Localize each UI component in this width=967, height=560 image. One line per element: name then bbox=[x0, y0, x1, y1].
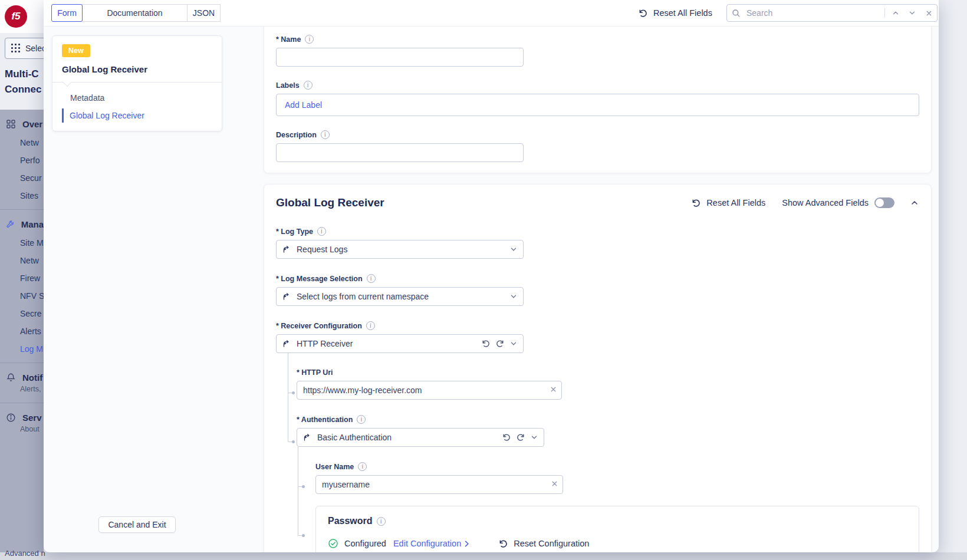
search-prev-button[interactable] bbox=[887, 5, 904, 21]
receiver-configuration-select[interactable]: HTTP Receiver bbox=[276, 334, 524, 353]
show-advanced-fields-toggle[interactable] bbox=[874, 197, 894, 208]
reset-configuration-button[interactable]: Reset Configuration bbox=[498, 539, 589, 549]
description-label: Description bbox=[276, 131, 317, 139]
cancel-and-exit-button[interactable]: Cancel and Exit bbox=[98, 516, 176, 533]
overview-icon bbox=[6, 119, 16, 129]
wizard-step-metadata[interactable]: Metadata bbox=[52, 88, 222, 107]
section-header: Global Log Receiver Reset All Fields Sho… bbox=[276, 194, 919, 212]
refresh-field-icon[interactable] bbox=[495, 339, 505, 348]
info-icon[interactable]: i bbox=[305, 35, 314, 44]
sidebar-item-secrets[interactable]: Secre bbox=[0, 305, 44, 322]
sidebar-item-nfv[interactable]: NFV S bbox=[0, 287, 44, 305]
search-box bbox=[726, 4, 938, 22]
reset-all-fields-button[interactable]: Reset All Fields bbox=[638, 0, 712, 26]
info-icon[interactable]: i bbox=[304, 81, 313, 90]
sidebar-item-networking[interactable]: Netw bbox=[0, 134, 44, 151]
wizard-step-global-log-receiver[interactable]: Global Log Receiver bbox=[62, 108, 222, 123]
sidebar-item-log-management[interactable]: Log M bbox=[0, 340, 44, 358]
info-icon[interactable]: i bbox=[357, 415, 366, 424]
select-actions bbox=[502, 433, 538, 442]
http-uri-input[interactable] bbox=[297, 381, 562, 400]
search-close-button[interactable] bbox=[920, 5, 937, 21]
backdrop-upper: Selec Multi-C Connec bbox=[0, 33, 44, 110]
sidebar-item-performance[interactable]: Perfo bbox=[0, 151, 44, 169]
description-field-label-row: Description i bbox=[276, 130, 919, 139]
log-type-select[interactable]: Request Logs bbox=[276, 240, 524, 259]
branch-icon bbox=[282, 245, 291, 254]
branch-icon bbox=[282, 339, 291, 348]
divider bbox=[884, 8, 885, 18]
branch-icon bbox=[302, 433, 312, 442]
reset-field-icon[interactable] bbox=[481, 339, 491, 348]
info-icon[interactable]: i bbox=[358, 462, 367, 471]
info-icon[interactable]: i bbox=[366, 321, 375, 330]
global-log-receiver-card: Global Log Receiver Reset All Fields Sho… bbox=[264, 184, 932, 552]
info-icon[interactable]: i bbox=[377, 517, 386, 526]
sidebar-subtext-notifications: Alerts, bbox=[0, 385, 44, 398]
clear-user-name-button[interactable] bbox=[551, 480, 558, 487]
tab-json[interactable]: JSON bbox=[187, 4, 221, 22]
sidebar-item-label: Notif bbox=[22, 373, 42, 383]
close-icon bbox=[925, 9, 933, 17]
log-message-selection-select[interactable]: Select logs from current namespace bbox=[276, 287, 524, 306]
status-badge: New bbox=[62, 44, 90, 57]
form-content: * Name i Labels i Add Label Description … bbox=[264, 26, 932, 552]
connector-dot bbox=[302, 485, 305, 488]
authentication-label-row: * Authentication i bbox=[297, 415, 919, 424]
add-label-button[interactable]: Add Label bbox=[285, 100, 322, 110]
receiver-configuration-label: * Receiver Configuration bbox=[276, 322, 362, 330]
edit-configuration-link[interactable]: Edit Configuration bbox=[393, 539, 471, 548]
http-uri-label: * HTTP Uri bbox=[297, 368, 333, 377]
reset-all-fields-label: Reset All Fields bbox=[653, 8, 712, 18]
backdrop-header: f5 bbox=[0, 0, 44, 33]
sidebar-item-networking-manage[interactable]: Netw bbox=[0, 252, 44, 269]
password-title-row: Password i bbox=[328, 516, 907, 526]
screen: f5 Selec Multi-C Connec Over Netw Perfo … bbox=[0, 0, 967, 560]
password-title: Password bbox=[328, 516, 373, 526]
sidebar-item-sites[interactable]: Sites bbox=[0, 187, 44, 205]
sidebar-item-site-management[interactable]: Site M bbox=[0, 234, 44, 252]
info-icon[interactable]: i bbox=[367, 274, 376, 283]
name-field-label-row: * Name i bbox=[276, 35, 919, 44]
refresh-field-icon[interactable] bbox=[516, 433, 525, 442]
info-icon[interactable]: i bbox=[317, 227, 326, 236]
tab-form[interactable]: Form bbox=[51, 4, 83, 22]
notch bbox=[63, 78, 71, 87]
labels-box[interactable]: Add Label bbox=[276, 94, 919, 116]
sidebar-item-manage[interactable]: Mana bbox=[0, 215, 44, 234]
user-name-input[interactable] bbox=[315, 475, 563, 494]
receiver-configuration-value: HTTP Receiver bbox=[297, 339, 476, 348]
authentication-select[interactable]: Basic Authentication bbox=[297, 428, 544, 447]
search-input[interactable] bbox=[745, 8, 882, 18]
sidebar-item-firewall[interactable]: Firew bbox=[0, 269, 44, 287]
search-next-button[interactable] bbox=[904, 5, 920, 21]
collapse-section-button[interactable] bbox=[910, 198, 919, 207]
divider bbox=[0, 363, 44, 363]
select-actions bbox=[481, 339, 518, 348]
wrench-icon bbox=[6, 219, 15, 229]
sidebar-item-overview[interactable]: Over bbox=[0, 114, 44, 134]
chevron-down-icon bbox=[908, 9, 916, 17]
toggle-knob bbox=[876, 199, 884, 207]
section-reset-all-button[interactable]: Reset All Fields bbox=[691, 198, 765, 208]
page-title-line1: Multi-C bbox=[5, 67, 44, 82]
description-input[interactable] bbox=[276, 143, 524, 162]
sidebar-item-alerts[interactable]: Alerts bbox=[0, 322, 44, 340]
info-icon[interactable]: i bbox=[321, 130, 330, 139]
edit-configuration-label: Edit Configuration bbox=[393, 539, 461, 548]
close-icon bbox=[550, 386, 557, 393]
advanced-nav-note[interactable]: Advanced n bbox=[5, 549, 45, 558]
name-input[interactable] bbox=[276, 48, 524, 67]
password-panel: Password i Configured Edit Configuration bbox=[315, 506, 919, 552]
page-title-line2: Connec bbox=[5, 82, 44, 97]
reset-field-icon[interactable] bbox=[502, 433, 511, 442]
log-type-label: * Log Type bbox=[276, 228, 313, 236]
app-launcher-button[interactable]: Selec bbox=[5, 38, 44, 59]
tab-documentation[interactable]: Documentation bbox=[82, 4, 188, 22]
search-icon bbox=[732, 9, 741, 18]
branch-icon bbox=[282, 292, 291, 301]
sidebar-item-security[interactable]: Secur bbox=[0, 169, 44, 187]
section-reset-label: Reset All Fields bbox=[706, 198, 765, 207]
view-tabs: Form Documentation JSON bbox=[52, 4, 221, 22]
clear-http-uri-button[interactable] bbox=[550, 386, 557, 393]
